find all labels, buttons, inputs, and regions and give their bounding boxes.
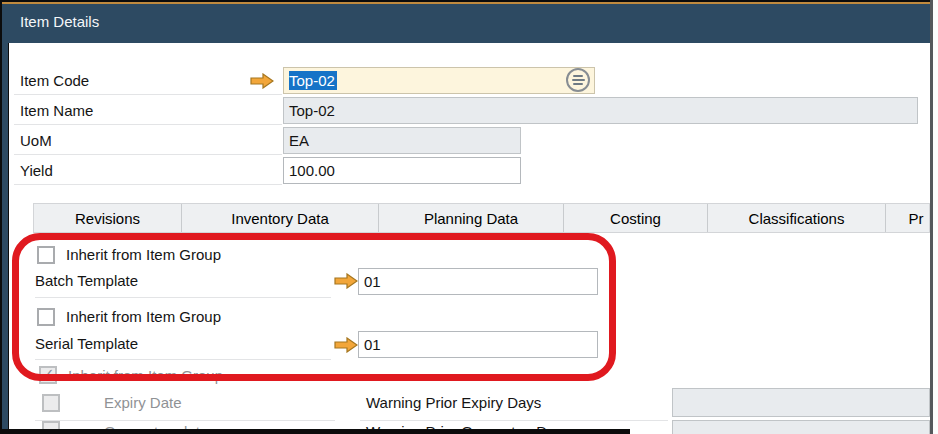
row-divider — [14, 184, 282, 185]
item-name-input: Top-02 — [283, 97, 918, 124]
bottom-edge-bar — [0, 429, 630, 434]
link-arrow-icon[interactable] — [334, 337, 358, 353]
serial-template-input[interactable]: 01 — [358, 331, 598, 358]
tab-pr[interactable]: Pr — [886, 204, 930, 232]
link-arrow-icon[interactable] — [334, 273, 358, 289]
row-divider — [14, 154, 282, 155]
row-divider — [14, 94, 282, 95]
link-arrow-icon[interactable] — [250, 73, 274, 89]
uom-value: EA — [289, 132, 309, 149]
uom-input: EA — [283, 127, 521, 154]
item-name-value: Top-02 — [289, 102, 335, 119]
uom-label: UoM — [20, 128, 52, 154]
batch-template-value: 01 — [364, 273, 381, 290]
inherit-expiry-label: Inherit from Item Group — [68, 363, 223, 389]
row-divider — [35, 359, 331, 360]
inherit-serial-label: Inherit from Item Group — [66, 304, 221, 330]
yield-input[interactable]: 100.00 — [283, 157, 521, 184]
item-code-input[interactable]: Top-02 — [283, 67, 595, 94]
tab-planning-data[interactable]: Planning Data — [379, 204, 564, 232]
item-code-value: Top-02 — [289, 71, 337, 90]
window-right-gap — [933, 0, 938, 434]
tab-strip: Revisions Inventory Data Planning Data C… — [33, 203, 930, 233]
yield-value: 100.00 — [289, 162, 335, 179]
tab-costing[interactable]: Costing — [564, 204, 708, 232]
warning-prior-guarantee-days-input — [672, 420, 930, 434]
batch-template-label: Batch Template — [35, 268, 138, 294]
batch-template-input[interactable]: 01 — [358, 268, 598, 295]
item-code-label: Item Code — [20, 68, 89, 94]
row-divider — [35, 297, 331, 298]
title-bar: Item Details — [0, 4, 933, 43]
tab-classifications[interactable]: Classifications — [708, 204, 886, 232]
item-name-label: Item Name — [20, 98, 93, 124]
inherit-from-item-group-checkbox-serial[interactable] — [37, 308, 55, 326]
choose-from-list-icon[interactable] — [566, 68, 590, 92]
warning-prior-expiry-days-input — [672, 388, 930, 417]
expiry-date-checkbox — [42, 394, 60, 412]
window-left-edge — [0, 0, 2, 434]
inherit-batch-label: Inherit from Item Group — [66, 242, 221, 268]
tab-revisions[interactable]: Revisions — [34, 204, 182, 232]
warning-prior-expiry-days-label: Warning Prior Expiry Days — [366, 390, 541, 416]
expiry-date-label: Expiry Date — [104, 390, 182, 416]
serial-template-value: 01 — [364, 336, 381, 353]
inherit-from-item-group-checkbox-batch[interactable] — [37, 246, 55, 264]
yield-label: Yield — [20, 158, 53, 184]
tab-inventory-data[interactable]: Inventory Data — [182, 204, 379, 232]
window-title: Item Details — [20, 13, 99, 30]
serial-template-label: Serial Template — [35, 331, 138, 357]
row-divider — [14, 124, 282, 125]
inherit-from-item-group-checkbox-expiry — [39, 366, 57, 384]
